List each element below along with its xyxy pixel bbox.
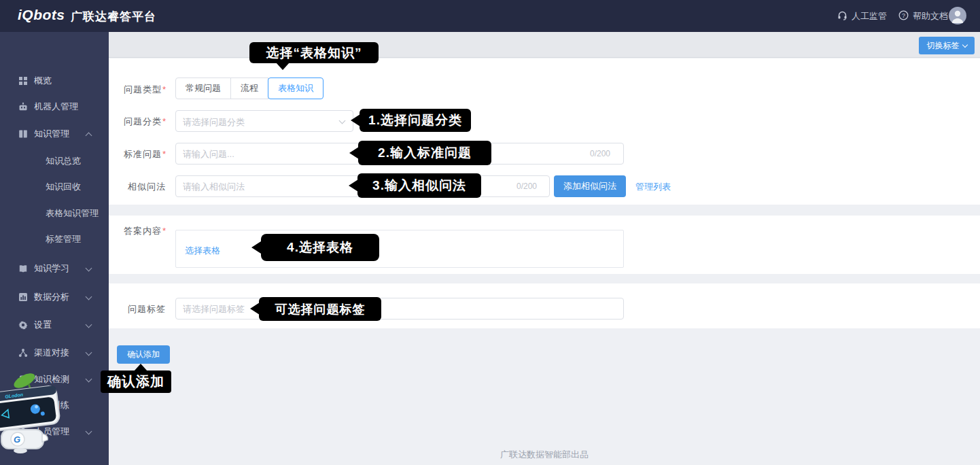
required-asterisk: * [162,116,166,126]
callout-pointer-left [251,241,261,254]
answer-content-label: 答案内容* [107,225,166,237]
required-asterisk: * [162,226,166,236]
gear-icon [18,320,28,330]
callout-pointer-left [349,147,359,159]
callout-step2: 2.输入标准问题 [358,141,491,165]
radio-regular-question[interactable]: 常规问题 [175,78,231,99]
mascot-robot-image: GLodon G [0,373,79,457]
chevron-down-icon [86,322,92,328]
platform-title: 广联达睿答平台 [71,9,156,24]
sidebar-item-overview[interactable]: 概览 [0,73,109,89]
category-select[interactable]: 请选择问题分类 [175,110,353,132]
select-table-link[interactable]: 选择表格 [185,245,220,257]
sidebar-item-table-knowledge-management[interactable]: 表格知识管理 [0,205,109,222]
sidebar-item-knowledge-management[interactable]: 知识管理 [0,126,109,142]
sidebar-item-label: 数据分析 [34,291,69,303]
topbar: iQbots 广联达睿答平台 人工监管 ? 帮助文档 [0,0,980,32]
sidebar-item-label: 知识回收 [46,181,81,193]
robot-icon [18,102,28,111]
question-circle-icon: ? [898,10,909,22]
tabbar [109,32,980,58]
sidebar-item-settings[interactable]: 设置 [0,317,109,333]
sidebar-item-label: 设置 [34,319,52,331]
help-docs-menu[interactable]: ? 帮助文档 [898,0,948,32]
chevron-down-icon [86,294,92,300]
switch-tag-label: 切换标签 [927,40,960,52]
sidebar-item-data-analysis[interactable]: 数据分析 [0,289,109,305]
chevron-down-icon [86,265,92,272]
sidebar-item-label: 知识学习 [34,262,69,275]
required-asterisk: * [162,84,166,94]
sidebar-item-knowledge-recycle[interactable]: 知识回收 [0,179,109,195]
add-similar-question-button[interactable]: 添加相似问法 [554,175,626,197]
required-asterisk: * [162,149,166,159]
grid-icon [18,76,28,86]
sidebar-item-label: 标签管理 [46,233,81,245]
answer-content-box [175,230,624,268]
chevron-up-icon [86,133,92,139]
manual-monitor-menu[interactable]: 人工监管 [837,0,887,32]
category-placeholder: 请选择问题分类 [183,116,245,128]
switch-tag-button[interactable]: 切换标签 [919,37,975,54]
callout-pointer-left [349,179,358,192]
channel-icon [18,348,28,358]
standard-question-counter: 0/200 [590,149,610,158]
sidebar-item-knowledge-overview[interactable]: 知识总览 [0,153,109,169]
chart-icon [18,292,28,302]
callout-select-table-knowledge: 选择“表格知识” [249,42,379,63]
sidebar-item-label: 表格知识管理 [46,207,99,220]
book-icon [18,129,28,139]
callout-pointer-left [351,114,360,126]
svg-text:?: ? [902,12,905,19]
callout-pointer-left [250,303,260,315]
question-tags-label: 问题标签 [107,303,166,315]
sidebar-item-label: 机器人管理 [34,101,78,113]
confirm-add-button[interactable]: 确认添加 [117,345,170,364]
callout-step3: 3.输入相似问法 [357,173,481,198]
chevron-down-icon [339,118,346,124]
question-type-radio-group: 常规问题 流程 表格知识 [175,78,323,99]
svg-text:G: G [14,434,20,445]
sidebar-item-tag-management[interactable]: 标签管理 [0,231,109,247]
callout-pointer-up [134,364,147,371]
user-avatar[interactable] [949,7,966,24]
question-type-label: 问题类型* [107,84,166,96]
sidebar-item-robot-management[interactable]: 机器人管理 [0,99,109,115]
callout-step1: 1.选择问题分类 [360,109,471,132]
footer-credit: 广联达数据智能部出品 [109,449,980,461]
callout-pointer-down [276,63,290,70]
headset-icon [837,10,847,22]
sidebar-item-knowledge-learning[interactable]: 知识学习 [0,260,109,277]
callout-step4: 4.选择表格 [261,234,379,261]
study-icon [18,264,28,273]
manual-monitor-label: 人工监管 [852,10,887,22]
manage-list-link[interactable]: 管理列表 [635,181,671,193]
radio-flow[interactable]: 流程 [230,78,268,99]
logo-iqbots: iQbots [18,7,65,23]
chevron-down-icon [86,349,92,356]
sidebar-item-channel-connect[interactable]: 渠道对接 [0,345,109,361]
chevron-down-icon [86,376,92,383]
standard-question-label: 标准问题* [107,148,166,160]
radio-table-knowledge[interactable]: 表格知识 [268,78,323,99]
sidebar-item-label: 渠道对接 [34,347,69,359]
category-label: 问题分类* [107,116,166,128]
chevron-down-icon [86,428,92,435]
question-tags-input[interactable] [175,298,624,320]
sidebar-item-label: 知识总览 [46,155,81,167]
similar-question-label: 相似问法 [107,181,166,193]
chevron-down-icon [962,41,967,47]
help-docs-label: 帮助文档 [913,10,948,22]
sidebar-item-label: 知识管理 [34,128,69,140]
callout-optional-tags: 可选择问题标签 [259,297,381,321]
similar-question-counter: 0/200 [517,182,537,191]
callout-confirm-add: 确认添加 [101,371,171,393]
sidebar-item-label: 概览 [34,75,52,87]
